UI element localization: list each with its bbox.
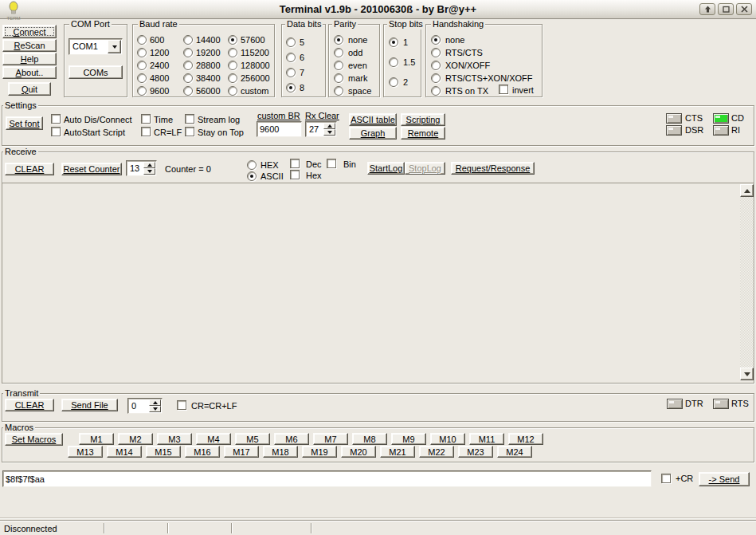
close-button[interactable] — [736, 3, 752, 15]
baud-1200-radio[interactable] — [137, 48, 147, 57]
macro-m2-button[interactable]: M2 — [118, 433, 153, 445]
scripting-button[interactable]: Scripting — [401, 113, 445, 126]
macro-m14-button[interactable]: M14 — [107, 446, 142, 458]
send-button[interactable]: -> Send — [699, 472, 750, 486]
baud-128000-radio[interactable] — [228, 61, 237, 70]
baud-14400-radio[interactable] — [183, 35, 193, 45]
baud-28800-radio[interactable] — [183, 61, 193, 70]
connect-button[interactable]: Connect — [2, 25, 57, 38]
receive-count-up-button[interactable] — [143, 162, 155, 168]
set-font-button[interactable]: Set font — [6, 116, 43, 130]
data-bits-7-radio[interactable] — [286, 68, 296, 77]
rx-clear-up-button[interactable] — [323, 123, 335, 129]
baud-57600-radio[interactable] — [228, 35, 237, 45]
send-file-button[interactable]: Send File — [61, 399, 118, 411]
help-button[interactable]: Help — [2, 53, 57, 65]
handshaking-none-radio[interactable] — [431, 35, 441, 45]
stop-bits-2-radio[interactable] — [389, 77, 398, 87]
macro-m18-button[interactable]: M18 — [263, 446, 298, 458]
baud-2400-radio[interactable] — [137, 61, 147, 70]
handshaking-xonxoff-radio[interactable] — [431, 61, 441, 70]
startlog-button[interactable]: StartLog — [367, 162, 405, 175]
macro-m22-button[interactable]: M22 — [419, 446, 454, 458]
baud-115200-radio[interactable] — [228, 48, 237, 57]
set-macros-button[interactable]: Set Macros — [5, 433, 63, 446]
com-port-dropdown-button[interactable] — [108, 40, 121, 53]
minimize-button[interactable] — [699, 3, 715, 15]
macro-m15-button[interactable]: M15 — [146, 446, 181, 458]
receive-ascii-radio[interactable] — [247, 171, 257, 181]
baud-custom-radio[interactable] — [228, 86, 237, 96]
invert-checkbox[interactable] — [499, 85, 508, 94]
receive-count-down-button[interactable] — [143, 168, 155, 175]
macro-m19-button[interactable]: M19 — [302, 446, 337, 458]
rx-clear-spinner[interactable]: 27 — [305, 121, 337, 137]
time-checkbox[interactable] — [141, 114, 151, 124]
receive-count-spinner[interactable]: 13 — [126, 160, 157, 176]
autostart-script-checkbox[interactable] — [51, 127, 61, 136]
receive-terminal-area[interactable] — [2, 183, 754, 383]
handshaking-rtsontx-radio[interactable] — [431, 86, 441, 96]
macro-m4-button[interactable]: M4 — [196, 433, 231, 445]
data-bits-5-radio[interactable] — [286, 37, 296, 47]
rts-led[interactable] — [713, 399, 729, 409]
com-port-select[interactable]: COM1 — [69, 38, 123, 55]
about-button[interactable]: About.. — [2, 66, 57, 79]
macro-m13-button[interactable]: M13 — [68, 446, 103, 458]
scrollbar-track[interactable] — [740, 197, 754, 368]
macro-m1-button[interactable]: M1 — [79, 433, 114, 445]
parity-even-radio[interactable] — [334, 61, 343, 70]
transmit-clear-button[interactable]: CLEAR — [5, 399, 54, 411]
baud-19200-radio[interactable] — [183, 48, 193, 57]
send-input[interactable] — [3, 471, 651, 486]
parity-odd-radio[interactable] — [334, 48, 343, 57]
plus-cr-checkbox[interactable] — [661, 474, 671, 483]
macro-m9-button[interactable]: M9 — [391, 433, 426, 445]
hex-checkbox[interactable] — [290, 170, 300, 179]
bin-checkbox[interactable] — [327, 159, 336, 168]
dec-checkbox[interactable] — [290, 159, 300, 168]
quit-button[interactable]: Quit — [8, 82, 51, 96]
baud-38400-radio[interactable] — [183, 73, 193, 83]
handshaking-rtscts-radio[interactable] — [431, 48, 441, 57]
macro-m24-button[interactable]: M24 — [497, 446, 532, 458]
macro-m23-button[interactable]: M23 — [458, 446, 493, 458]
parity-none-radio[interactable] — [334, 35, 343, 45]
transmit-delay-spinner[interactable]: 0 — [127, 398, 163, 414]
handshaking-both-radio[interactable] — [431, 73, 441, 83]
macro-m7-button[interactable]: M7 — [313, 433, 348, 445]
macro-m17-button[interactable]: M17 — [224, 446, 259, 458]
receive-hex-radio[interactable] — [247, 160, 257, 170]
parity-mark-radio[interactable] — [334, 73, 343, 83]
parity-space-radio[interactable] — [334, 86, 343, 96]
stoplog-button[interactable]: StopLog — [405, 162, 445, 175]
graph-button[interactable]: Graph — [349, 127, 397, 140]
macro-m8-button[interactable]: M8 — [352, 433, 387, 445]
receive-clear-button[interactable]: CLEAR — [5, 163, 54, 175]
macro-m11-button[interactable]: M11 — [469, 433, 504, 445]
maximize-button[interactable] — [718, 3, 734, 15]
baud-56000-radio[interactable] — [183, 86, 193, 96]
baud-9600-radio[interactable] — [137, 86, 147, 96]
dtr-led[interactable] — [667, 399, 683, 409]
data-bits-6-radio[interactable] — [286, 53, 296, 62]
baud-600-radio[interactable] — [137, 35, 147, 45]
baud-4800-radio[interactable] — [137, 73, 147, 83]
stop-bits-1-radio[interactable] — [389, 37, 398, 47]
scroll-up-button[interactable] — [740, 184, 754, 197]
macro-m10-button[interactable]: M10 — [430, 433, 465, 445]
macro-m12-button[interactable]: M12 — [508, 433, 543, 445]
remote-button[interactable]: Remote — [401, 127, 445, 140]
ascii-table-button[interactable]: ASCII table — [349, 113, 397, 126]
cr-lf-checkbox[interactable] — [141, 127, 151, 136]
transmit-delay-down-button[interactable] — [149, 406, 161, 412]
scroll-down-button[interactable] — [740, 368, 754, 380]
macro-m20-button[interactable]: M20 — [341, 446, 376, 458]
macro-m16-button[interactable]: M16 — [185, 446, 220, 458]
auto-disconnect-checkbox[interactable] — [51, 114, 61, 124]
rescan-button[interactable]: ReScan — [2, 39, 57, 52]
baud-256000-radio[interactable] — [228, 73, 237, 83]
request-response-button[interactable]: Request/Response — [451, 162, 535, 175]
rx-clear-down-button[interactable] — [323, 129, 335, 136]
cr-crlf-checkbox[interactable] — [177, 400, 186, 410]
